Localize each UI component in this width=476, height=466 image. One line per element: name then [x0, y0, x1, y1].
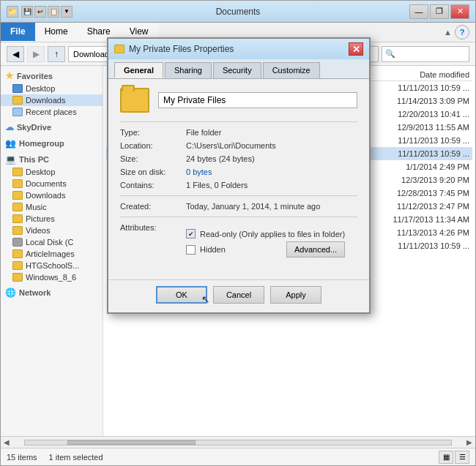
sidebar-item-videos[interactable]: Videos [1, 225, 103, 236]
apply-button[interactable]: Apply [270, 286, 321, 304]
dialog-tabs: General Sharing Security Customize [108, 59, 369, 79]
attributes-section: ✔ Read-only (Only applies to files in fo… [186, 229, 345, 260]
windows86-icon [12, 273, 23, 282]
sidebar-item-label: Recent places [26, 108, 77, 116]
sidebar-item-label: Desktop [26, 84, 55, 93]
title-bar-left: 📁 💾 ↩ 📋 ▼ [7, 6, 72, 18]
window-controls: — ❐ ✕ [409, 4, 469, 19]
sidebar-item-label: Desktop [26, 168, 55, 176]
location-row: Location: C:\Users\Lori\Documents [120, 141, 357, 150]
dialog-close-button[interactable]: ✕ [349, 42, 363, 56]
sidebar: ★ Favorites Desktop Downloads Recent pla… [1, 66, 103, 436]
dialog-tab-customize[interactable]: Customize [263, 62, 320, 78]
dialog-folder-icon [114, 45, 124, 53]
created-row: Created: Today, January 1, 2014, 1 minut… [120, 202, 357, 211]
videos-icon [12, 226, 23, 235]
sidebar-homegroup-header[interactable]: 👥 Homegroup [1, 137, 103, 150]
sidebar-item-desktop-fav[interactable]: Desktop [1, 83, 103, 94]
sidebar-item-windows86[interactable]: Windows_8_6 [1, 271, 103, 283]
size-row: Size: 24 bytes (24 bytes) [120, 154, 357, 163]
file-item-date: 12/9/2013 11:55 AM [398, 123, 469, 132]
sidebar-item-articleimages[interactable]: ArticleImages [1, 248, 103, 260]
sidebar-item-desktop-pc[interactable]: Desktop [1, 166, 103, 178]
details-view-button[interactable]: ☰ [455, 451, 469, 464]
restore-button[interactable]: ❐ [430, 4, 449, 19]
cancel-button[interactable]: Cancel [213, 286, 264, 304]
homegroup-label: Homegroup [19, 139, 64, 148]
dialog-content: Type: File folder Location: C:\Users\Lor… [108, 79, 369, 274]
cloud-icon: ☁ [5, 122, 14, 132]
sidebar-item-documents-pc[interactable]: Documents [1, 178, 103, 189]
sidebar-network-header[interactable]: 🌐 Network [1, 286, 103, 299]
skydrive-label: SkyDrive [17, 123, 51, 132]
sidebar-item-label: Downloads [26, 96, 65, 105]
homegroup-icon: 👥 [5, 138, 16, 149]
close-button[interactable]: ✕ [450, 4, 469, 19]
sidebar-item-localdisk[interactable]: Local Disk (C [1, 236, 103, 248]
location-label: Location: [120, 141, 186, 150]
dropdown-quick-icon[interactable]: ▼ [61, 6, 72, 18]
pc-icon: 💻 [5, 154, 16, 165]
sidebar-thispc-header[interactable]: 💻 This PC [1, 153, 103, 166]
undo-quick-icon[interactable]: ↩ [34, 6, 46, 18]
advanced-button[interactable]: Advanced... [286, 241, 345, 258]
minimize-button[interactable]: — [409, 4, 428, 19]
sidebar-item-recentplaces[interactable]: Recent places [1, 106, 103, 118]
title-bar: 📁 💾 ↩ 📋 ▼ Documents — ❐ ✕ [1, 1, 475, 23]
type-label: Type: [120, 128, 186, 137]
sidebar-item-downloads-pc[interactable]: Downloads [1, 189, 103, 201]
save-quick-icon[interactable]: 💾 [21, 6, 33, 18]
dialog-tab-security[interactable]: Security [213, 62, 261, 78]
favorites-label: Favorites [17, 72, 53, 80]
readonly-checkbox[interactable]: ✔ [186, 229, 196, 238]
divider-2 [120, 195, 357, 196]
created-label: Created: [120, 202, 186, 211]
sidebar-item-music[interactable]: Music [1, 201, 103, 213]
dialog-tab-general[interactable]: General [114, 62, 163, 78]
folder-name-input[interactable] [158, 92, 357, 108]
sidebar-item-pictures[interactable]: Pictures [1, 213, 103, 225]
tab-home[interactable]: Home [35, 23, 78, 42]
tab-file[interactable]: File [1, 23, 35, 42]
created-value: Today, January 1, 2014, 1 minute ago [186, 202, 320, 211]
search-icon: 🔍 [385, 49, 395, 59]
file-item-date: 11/11/2013 10:59 ... [398, 83, 469, 92]
folder-header [120, 88, 357, 113]
back-button[interactable]: ◀ [7, 46, 24, 62]
sidebar-section-thispc: 💻 This PC Desktop Documents Downloads [1, 153, 103, 283]
scrollbar-thumb[interactable] [67, 440, 196, 445]
scroll-right-arrow[interactable]: ▶ [466, 438, 472, 446]
recentplaces-icon [12, 108, 23, 116]
sidebar-skydrive-header[interactable]: ☁ SkyDrive [1, 121, 103, 134]
sidebar-item-htgschool[interactable]: HTGSchoolS... [1, 260, 103, 271]
help-button[interactable]: ? [455, 25, 469, 40]
file-item-date: 11/11/2013 10:59 ... [398, 149, 469, 158]
forward-button[interactable]: ▶ [27, 46, 45, 62]
up-button[interactable]: ↑ [48, 46, 65, 62]
sidebar-favorites-header[interactable]: ★ Favorites [1, 69, 103, 83]
hidden-checkbox[interactable] [186, 245, 196, 255]
size-label: Size: [120, 154, 186, 163]
properties-quick-icon[interactable]: 📋 [48, 6, 59, 18]
sidebar-item-downloads-fav[interactable]: Downloads [1, 94, 103, 106]
file-item-date: 12/28/2013 7:45 PM [397, 189, 469, 198]
downloads-fav-icon [12, 96, 23, 105]
sidebar-section-skydrive: ☁ SkyDrive [1, 121, 103, 134]
divider-1 [120, 121, 357, 122]
sidebar-item-label: Local Disk (C [26, 238, 73, 247]
divider-3 [120, 217, 357, 217]
horizontal-scrollbar[interactable]: ◀ ▶ [1, 436, 475, 448]
search-box[interactable]: 🔍 [382, 46, 469, 62]
attributes-label: Attributes: [120, 223, 186, 232]
ok-button[interactable]: OK ↖ [156, 286, 207, 304]
downloads-pc-icon [12, 191, 23, 200]
sidebar-item-label: Pictures [26, 214, 55, 223]
date-modified-header: Date modified [420, 70, 469, 79]
file-item-date: 1/1/2014 2:49 PM [406, 162, 469, 171]
properties-dialog: My Private Files Properties ✕ General Sh… [107, 37, 371, 314]
list-view-button[interactable]: ▦ [439, 451, 453, 464]
scrollbar-track[interactable] [24, 440, 452, 446]
dialog-tab-sharing[interactable]: Sharing [165, 62, 212, 78]
sidebar-item-label: Videos [26, 226, 50, 235]
scroll-left-arrow[interactable]: ◀ [4, 438, 10, 446]
